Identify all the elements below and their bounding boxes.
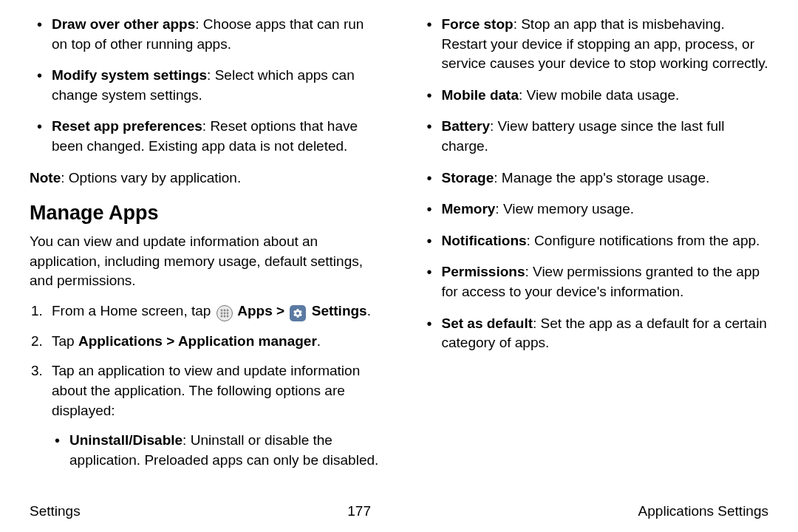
right-column: Force stop: Stop an app that is misbehav… <box>420 15 769 491</box>
step2-pre: Tap <box>52 333 78 349</box>
settings-icon <box>290 305 306 321</box>
svg-point-4 <box>223 312 225 314</box>
step-2: Tap Applications > Application manager. <box>52 332 379 352</box>
bullet-desc: : View memory usage. <box>495 201 634 216</box>
step-1: From a Home screen, tap Apps > Settings. <box>52 301 379 321</box>
bullet-term: Uninstall/Disable <box>69 432 183 448</box>
note-label: Note <box>30 170 61 185</box>
note-text: : Options vary by application. <box>61 170 241 185</box>
svg-point-6 <box>220 315 222 317</box>
svg-point-0 <box>220 309 222 311</box>
svg-point-1 <box>223 309 225 311</box>
bullet-item: Storage: Manage the app's storage usage. <box>442 168 769 188</box>
left-column: Draw over other apps: Choose apps that c… <box>30 15 379 491</box>
bullet-desc: : View mobile data usage. <box>519 87 679 103</box>
bullet-term: Modify system settings <box>52 67 207 83</box>
bullet-item: Modify system settings: Select which app… <box>52 66 379 105</box>
step1-post: . <box>367 303 371 318</box>
bullet-item: Force stop: Stop an app that is misbehav… <box>442 15 769 74</box>
step2-bold: Applications > Application manager <box>78 333 317 349</box>
bullet-item: Set as default: Set the app as a default… <box>442 314 769 353</box>
steps-list: From a Home screen, tap Apps > Settings.… <box>30 301 379 471</box>
note-line: Note: Options vary by application. <box>30 168 379 188</box>
right-bullet-list: Force stop: Stop an app that is misbehav… <box>420 15 769 353</box>
bullet-term: Memory <box>442 201 496 216</box>
bullet-item: Permissions: View permissions granted to… <box>442 262 769 301</box>
step-3: Tap an application to view and update in… <box>52 361 379 470</box>
svg-point-3 <box>220 312 222 314</box>
bullet-desc: : Configure notifications from the app. <box>527 233 760 248</box>
bullet-term: Permissions <box>442 264 525 279</box>
section-intro: You can view and update information abou… <box>30 232 379 291</box>
bullet-term: Mobile data <box>442 87 519 103</box>
apps-icon <box>216 305 233 321</box>
bullet-item: Battery: View battery usage since the la… <box>442 117 769 156</box>
bullet-item: Reset app preferences: Reset options tha… <box>52 117 379 156</box>
bullet-term: Notifications <box>442 233 527 248</box>
step3-text: Tap an application to view and update in… <box>52 363 360 417</box>
bullet-desc: : Manage the app's storage usage. <box>494 170 709 185</box>
bullet-term: Storage <box>442 170 494 185</box>
bullet-term: Battery <box>442 118 490 134</box>
top-bullet-list: Draw over other apps: Choose apps that c… <box>30 15 379 157</box>
step1-pre: From a Home screen, tap <box>52 303 215 318</box>
bullet-term: Force stop <box>442 16 514 32</box>
svg-point-2 <box>226 309 228 311</box>
bullet-item: Notifications: Configure notifications f… <box>442 231 769 251</box>
bullet-term: Draw over other apps <box>52 16 195 32</box>
bullet-term: Reset app preferences <box>52 118 202 134</box>
step2-post: . <box>317 333 321 349</box>
svg-point-7 <box>223 315 225 317</box>
bullet-item: Memory: View memory usage. <box>442 200 769 219</box>
bullet-item: Mobile data: View mobile data usage. <box>442 86 769 106</box>
bullet-term: Set as default <box>442 316 533 331</box>
bullet-item: Draw over other apps: Choose apps that c… <box>52 15 379 54</box>
step1-apps: Apps > <box>234 303 289 318</box>
step1-settings: Settings <box>307 303 366 318</box>
footer-right: Applications Settings <box>638 502 768 522</box>
step3-bullet-list: Uninstall/Disable: Uninstall or disable … <box>52 431 379 470</box>
footer-left: Settings <box>30 502 81 522</box>
page-footer: Settings 177 Applications Settings <box>30 502 768 522</box>
svg-point-8 <box>226 315 228 317</box>
section-heading: Manage Apps <box>30 200 379 228</box>
bullet-item: Uninstall/Disable: Uninstall or disable … <box>69 431 379 470</box>
footer-page-number: 177 <box>347 502 371 522</box>
svg-point-5 <box>226 312 228 314</box>
